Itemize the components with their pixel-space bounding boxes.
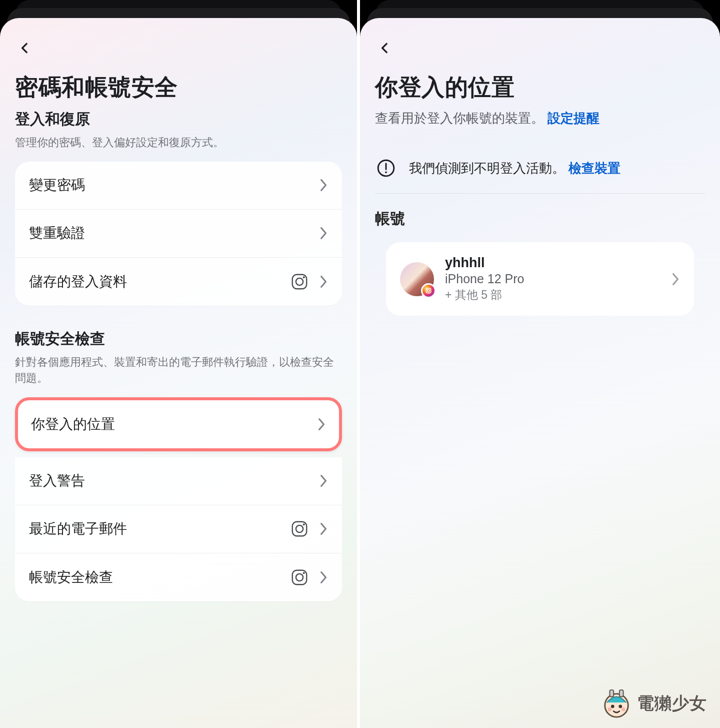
row-login-alerts[interactable]: 登入警告: [15, 457, 342, 505]
svg-point-18: [618, 704, 622, 708]
svg-rect-15: [610, 690, 614, 697]
group-login-recovery: 變更密碼 雙重驗證 儲存的登入資料: [15, 162, 342, 306]
instagram-badge-icon: [421, 283, 436, 298]
chevron-right-icon: [319, 473, 328, 488]
row-label: 最近的電子郵件: [29, 519, 290, 538]
section-heading-account: 帳號: [375, 209, 705, 229]
alert-banner: 我們偵測到不明登入活動。 檢查裝置: [375, 146, 705, 194]
sheet-password-security: 密碼和帳號安全 登入和復原 管理你的密碼、登入偏好設定和復原方式。 變更密碼 雙…: [0, 18, 357, 728]
page-title: 密碼和帳號安全: [15, 72, 342, 103]
back-button[interactable]: [15, 38, 35, 58]
svg-point-13: [428, 290, 430, 292]
subtitle: 查看用於登入你帳號的裝置。 設定提醒: [375, 109, 705, 127]
row-two-factor[interactable]: 雙重驗證: [15, 210, 342, 258]
chevron-right-icon: [319, 570, 328, 585]
subtitle-text: 查看用於登入你帳號的裝置。: [375, 111, 548, 126]
svg-point-2: [303, 276, 305, 278]
svg-rect-16: [620, 690, 624, 697]
instagram-icon: [290, 272, 309, 291]
account-name: yhhhll: [445, 255, 660, 271]
back-button[interactable]: [375, 38, 395, 58]
chevron-right-icon: [319, 226, 328, 241]
link-set-reminder[interactable]: 設定提醒: [548, 111, 600, 126]
svg-point-5: [303, 523, 305, 525]
account-more: + 其他 5 部: [445, 287, 660, 303]
chevron-right-icon: [319, 178, 328, 193]
row-label: 帳號安全檢查: [29, 568, 290, 587]
screenshot-left: 密碼和帳號安全 登入和復原 管理你的密碼、登入偏好設定和復原方式。 變更密碼 雙…: [0, 0, 360, 728]
sheet-where-logged-in: 你登入的位置 查看用於登入你帳號的裝置。 設定提醒 我們偵測到不明登入活動。 檢…: [360, 18, 720, 728]
svg-rect-12: [426, 288, 430, 293]
chevron-right-icon: [319, 274, 328, 289]
watermark-mascot-icon: [601, 688, 632, 719]
svg-point-11: [385, 172, 387, 174]
row-label: 你登入的位置: [31, 415, 317, 434]
watermark-text: 電獺少女: [637, 692, 707, 715]
section-desc-login: 管理你的密碼、登入偏好設定和復原方式。: [15, 135, 342, 151]
highlight-where-logged-in: 你登入的位置: [15, 397, 342, 451]
chevron-right-icon: [317, 417, 326, 432]
section-heading-checkup: 帳號安全檢查: [15, 329, 342, 349]
row-label: 雙重驗證: [29, 224, 319, 243]
account-device: iPhone 12 Pro: [445, 272, 660, 286]
svg-point-19: [608, 707, 612, 711]
svg-point-20: [622, 707, 626, 711]
row-label: 變更密碼: [29, 176, 319, 195]
chevron-left-icon: [18, 42, 32, 55]
alert-icon: [375, 157, 397, 179]
row-label: 登入警告: [29, 471, 319, 490]
row-change-password[interactable]: 變更密碼: [15, 162, 342, 210]
account-info: yhhhll iPhone 12 Pro + 其他 5 部: [445, 255, 660, 303]
svg-point-17: [611, 704, 614, 708]
row-security-checkup[interactable]: 帳號安全檢查: [15, 553, 342, 601]
alert-text: 我們偵測到不明登入活動。: [409, 161, 568, 176]
svg-point-1: [296, 278, 303, 285]
watermark: 電獺少女: [601, 688, 707, 719]
alert-text-wrap: 我們偵測到不明登入活動。 檢查裝置: [409, 160, 620, 177]
instagram-icon: [290, 568, 309, 587]
row-recent-emails[interactable]: 最近的電子郵件: [15, 505, 342, 553]
account-row[interactable]: yhhhll iPhone 12 Pro + 其他 5 部: [386, 242, 694, 316]
link-check-devices[interactable]: 檢查裝置: [568, 161, 620, 176]
row-label: 儲存的登入資料: [29, 272, 290, 291]
avatar: [400, 262, 434, 296]
section-desc-checkup: 針對各個應用程式、裝置和寄出的電子郵件執行驗證，以檢查安全問題。: [15, 354, 342, 386]
row-where-logged-in[interactable]: 你登入的位置: [18, 400, 339, 448]
chevron-right-icon: [671, 272, 680, 287]
chevron-left-icon: [378, 42, 392, 55]
svg-point-7: [296, 574, 303, 581]
chevron-right-icon: [319, 521, 328, 536]
svg-point-14: [605, 694, 628, 717]
page-title: 你登入的位置: [375, 72, 705, 103]
instagram-icon: [290, 519, 309, 538]
svg-point-4: [296, 525, 303, 532]
section-heading-login: 登入和復原: [15, 109, 342, 130]
row-saved-login[interactable]: 儲存的登入資料: [15, 258, 342, 306]
svg-point-8: [303, 572, 305, 574]
group-checkup-rest: 登入警告 最近的電子郵件 帳號安全檢查: [15, 457, 342, 601]
screenshot-right: 你登入的位置 查看用於登入你帳號的裝置。 設定提醒 我們偵測到不明登入活動。 檢…: [360, 0, 720, 728]
